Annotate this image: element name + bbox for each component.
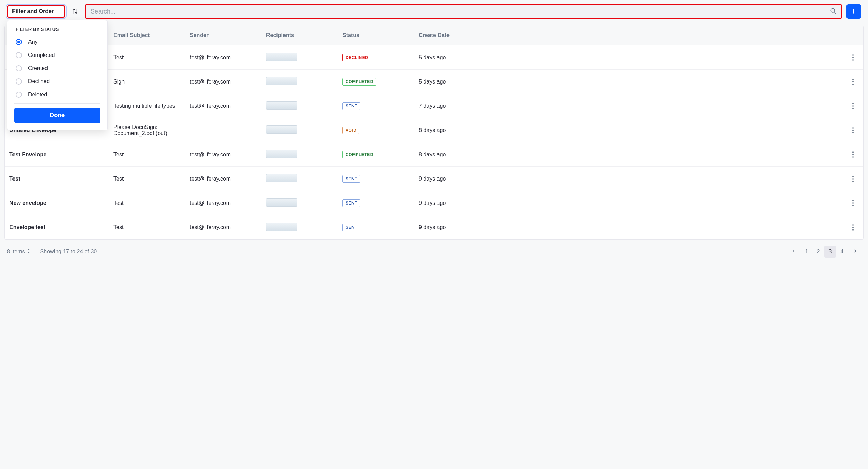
svg-point-11	[852, 130, 854, 131]
caret-down-icon	[56, 8, 60, 15]
col-create-date: Create Date	[414, 26, 843, 45]
page-button-3[interactable]: 3	[824, 246, 836, 258]
cell-actions	[843, 217, 863, 238]
status-badge: VOID	[342, 127, 359, 134]
svg-point-24	[852, 229, 854, 231]
cell-actions	[843, 47, 863, 68]
cell-recipients	[261, 168, 338, 189]
svg-point-0	[831, 8, 835, 12]
filter-done-button[interactable]: Done	[14, 108, 100, 123]
row-actions-button[interactable]	[850, 222, 856, 233]
filter-order-label: Filter and Order	[12, 8, 54, 15]
cell-sender: test@liferay.com	[185, 146, 261, 163]
row-actions-button[interactable]	[850, 174, 856, 184]
cell-recipients	[261, 120, 338, 141]
filter-option-label: Any	[28, 39, 38, 45]
pager: 1234	[788, 246, 861, 258]
kebab-icon	[852, 127, 854, 133]
cell-actions	[843, 144, 863, 165]
svg-point-10	[852, 127, 854, 129]
status-badge: COMPLETED	[342, 151, 376, 158]
table-row[interactable]: Testing multiple file typestest@liferay.…	[5, 94, 863, 118]
cell-actions	[843, 71, 863, 93]
status-badge: SENT	[342, 175, 360, 183]
page-button-4[interactable]: 4	[836, 246, 848, 258]
cell-status: SENT	[338, 170, 414, 188]
filter-option-created[interactable]: Created	[7, 62, 107, 75]
cell-sender	[185, 125, 261, 136]
recipient-redacted	[266, 77, 297, 85]
page-prev-button[interactable]	[788, 246, 799, 258]
cell-create-date: 9 days ago	[414, 170, 843, 188]
search-input[interactable]	[91, 8, 829, 15]
status-badge: SENT	[342, 199, 360, 207]
select-arrows-icon	[27, 249, 31, 255]
svg-point-6	[852, 84, 854, 85]
search-icon	[829, 7, 836, 16]
table-header-row: Email Subject Sender Recipients Status C…	[5, 26, 863, 45]
cell-actions	[843, 95, 863, 117]
showing-range-label: Showing 17 to 24 of 30	[40, 249, 97, 255]
filter-option-label: Created	[28, 65, 48, 71]
table-row[interactable]: Testtest@liferay.comDECLINED5 days ago	[5, 45, 863, 69]
add-button[interactable]	[846, 4, 861, 19]
cell-email-subject: Sign	[109, 73, 185, 90]
page-button-1[interactable]: 1	[801, 246, 812, 258]
filter-order-button[interactable]: Filter and Order	[7, 5, 65, 18]
cell-sender: test@liferay.com	[185, 219, 261, 236]
cell-create-date: 9 days ago	[414, 194, 843, 212]
sort-direction-button[interactable]	[69, 6, 80, 18]
col-recipients: Recipients	[261, 26, 338, 45]
cell-status: SENT	[338, 97, 414, 115]
recipient-redacted	[266, 174, 297, 182]
envelopes-table: Email Subject Sender Recipients Status C…	[4, 26, 864, 240]
row-actions-button[interactable]	[850, 77, 856, 87]
table-row[interactable]: New envelopeTesttest@liferay.comSENT9 da…	[5, 191, 863, 215]
filter-option-deleted[interactable]: Deleted	[7, 88, 107, 101]
items-per-page-label: 8 items	[7, 249, 25, 255]
page-next-button[interactable]	[849, 246, 861, 258]
col-status: Status	[338, 26, 414, 45]
cell-status: COMPLETED	[338, 145, 414, 164]
cell-email-subject: Please DocuSign: Document_2.pdf (out)	[109, 119, 185, 142]
svg-point-17	[852, 178, 854, 180]
svg-point-2	[852, 57, 854, 58]
sort-arrows-icon	[71, 8, 78, 16]
row-actions-button[interactable]	[850, 149, 856, 160]
svg-point-23	[852, 227, 854, 228]
cell-actions	[843, 192, 863, 214]
table-row[interactable]: TestTesttest@liferay.comSENT9 days ago	[5, 166, 863, 191]
svg-point-15	[852, 156, 854, 158]
status-badge: COMPLETED	[342, 78, 376, 86]
recipient-redacted	[266, 150, 297, 158]
table-row[interactable]: Envelope testTesttest@liferay.comSENT9 d…	[5, 215, 863, 239]
row-actions-button[interactable]	[850, 198, 856, 208]
items-per-page-select[interactable]: 8 items	[7, 249, 31, 255]
cell-status: SENT	[338, 218, 414, 237]
filter-option-label: Declined	[28, 78, 50, 85]
table-row[interactable]: Test EnvelopeTesttest@liferay.comCOMPLET…	[5, 142, 863, 166]
search-field[interactable]	[85, 4, 842, 19]
cell-sender: test@liferay.com	[185, 170, 261, 188]
row-actions-button[interactable]	[850, 125, 856, 136]
filter-option-declined[interactable]: Declined	[7, 75, 107, 88]
svg-point-14	[852, 154, 854, 155]
cell-status: SENT	[338, 194, 414, 212]
page-button-2[interactable]: 2	[812, 246, 824, 258]
svg-point-12	[852, 132, 854, 133]
cell-create-date: 5 days ago	[414, 49, 843, 66]
status-badge: SENT	[342, 102, 360, 110]
cell-create-date: 8 days ago	[414, 122, 843, 139]
cell-status: DECLINED	[338, 48, 414, 67]
cell-recipients	[261, 71, 338, 92]
svg-point-7	[852, 103, 854, 104]
svg-point-4	[852, 79, 854, 80]
status-badge: DECLINED	[342, 54, 371, 61]
table-row[interactable]: Untitled EnvelopePlease DocuSign: Docume…	[5, 118, 863, 142]
cell-email-subject: Test	[109, 194, 185, 212]
table-row[interactable]: Signtest@liferay.comCOMPLETED5 days ago	[5, 69, 863, 94]
row-actions-button[interactable]	[850, 101, 856, 111]
filter-option-completed[interactable]: Completed	[7, 49, 107, 62]
filter-option-any[interactable]: Any	[7, 35, 107, 49]
row-actions-button[interactable]	[850, 52, 856, 63]
